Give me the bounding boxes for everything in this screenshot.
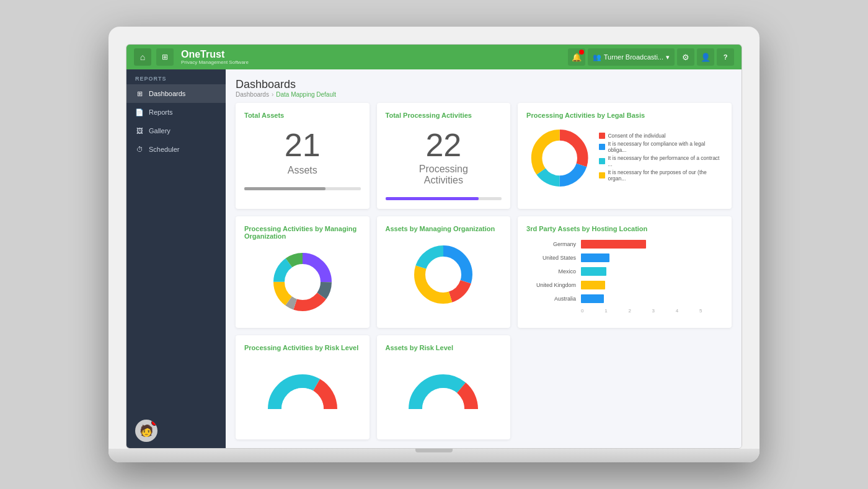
processing-risk-chart — [244, 356, 361, 431]
dashboard-grid: Total Assets 21 Assets Total Processing … — [236, 103, 732, 439]
svg-rect-25 — [406, 409, 480, 415]
chevron-down-icon: ▾ — [666, 53, 670, 61]
bar-fill-us — [581, 253, 609, 262]
sidebar-item-label-dashboards: Dashboards — [149, 90, 185, 97]
assets-org-chart — [386, 237, 502, 312]
sidebar-item-dashboards[interactable]: ⊞ Dashboards — [126, 84, 226, 103]
brand-title: OneTrust — [181, 50, 249, 59]
processing-org-card: Processing Activities by Managing Organi… — [236, 216, 370, 328]
brand: OneTrust Privacy Management Software — [181, 50, 249, 65]
home-icon: ⌂ — [140, 52, 145, 62]
assets-risk-title: Assets by Risk Level — [386, 344, 502, 351]
processing-risk-card: Processing Activities by Risk Level — [236, 335, 370, 439]
svg-point-17 — [426, 257, 461, 292]
bar-track-mexico — [581, 267, 723, 276]
assets-org-donut — [409, 240, 477, 309]
bar-row-uk: United Kingdom — [526, 281, 723, 289]
sidebar-item-scheduler[interactable]: ⏱ Scheduler — [126, 140, 226, 159]
assets-risk-donut — [406, 372, 480, 415]
sidebar-item-label-reports: Reports — [149, 108, 173, 116]
assets-risk-card: Assets by Risk Level — [377, 335, 511, 439]
total-assets-progress — [244, 187, 361, 190]
bar-track-australia — [581, 294, 723, 303]
reports-icon: 📄 — [135, 108, 144, 117]
bar-track-us — [581, 253, 723, 262]
bar-row-mexico: Mexico — [526, 267, 723, 276]
notifications-button[interactable]: 🔔 — [568, 48, 585, 66]
breadcrumb: Dashboards › Data Mapping Default — [236, 91, 732, 98]
sidebar-item-gallery[interactable]: 🖼 Gallery — [126, 121, 226, 140]
page-header: Dashboards Dashboards › Data Mapping Def… — [236, 78, 732, 98]
brand-subtitle: Privacy Management Software — [181, 59, 249, 65]
sidebar-section-label: REPORTS — [126, 69, 226, 84]
legend-item-purposes: It is necessary for the purposes of our … — [608, 169, 723, 182]
help-button[interactable]: ? — [717, 48, 734, 66]
sidebar: REPORTS ⊞ Dashboards 📄 Reports 🖼 Gallery… — [126, 69, 226, 448]
total-assets-number: 21 — [244, 129, 361, 161]
user-label: Turner Broadcasti... — [604, 53, 663, 61]
user-avatar-area[interactable]: 🧑 — [126, 413, 226, 448]
bar-label-us: United States — [526, 255, 576, 261]
bar-fill-australia — [581, 294, 604, 303]
assets-org-card: Assets by Managing Organization — [377, 216, 511, 328]
legal-basis-title: Processing Activities by Legal Basis — [526, 112, 723, 119]
total-processing-title: Total Processing Activities — [386, 112, 502, 119]
sidebar-item-label-gallery: Gallery — [149, 127, 170, 134]
total-processing-label: ProcessingActivities — [386, 164, 502, 186]
processing-org-chart — [244, 245, 361, 319]
legend-item-contract: It is necessary for the performance of a… — [608, 155, 723, 167]
help-icon: ? — [724, 53, 728, 61]
bar-fill-mexico — [581, 267, 606, 276]
main-content: Dashboards Dashboards › Data Mapping Def… — [226, 69, 742, 448]
breadcrumb-current[interactable]: Data Mapping Default — [276, 91, 336, 98]
total-assets-progress-fill — [244, 187, 326, 190]
legal-basis-chart: Consent of the individual It is necessar… — [526, 124, 723, 192]
home-button[interactable]: ⌂ — [134, 48, 151, 66]
hosting-location-card: 3rd Party Assets by Hosting Location Ger… — [518, 216, 732, 328]
bar-track-uk — [581, 281, 723, 289]
grid-button[interactable]: ⊞ — [156, 48, 174, 66]
bar-label-australia: Australia — [526, 296, 576, 302]
user-menu-button[interactable]: 👥 Turner Broadcasti... ▾ — [588, 48, 675, 66]
breadcrumb-home[interactable]: Dashboards — [236, 91, 269, 98]
page-title: Dashboards — [236, 78, 732, 91]
bar-fill-germany — [581, 240, 646, 249]
total-assets-label: Assets — [244, 165, 361, 176]
notification-badge — [579, 50, 584, 55]
bar-track-germany — [581, 240, 723, 249]
bar-row-us: United States — [526, 253, 723, 262]
settings-button[interactable]: ⚙ — [677, 48, 694, 66]
avatar-badge — [151, 420, 157, 426]
grid-icon: ⊞ — [162, 53, 168, 61]
avatar: 🧑 — [135, 420, 157, 442]
svg-point-4 — [542, 141, 577, 175]
gear-icon: ⚙ — [682, 53, 689, 62]
processing-risk-title: Processing Activities by Risk Level — [244, 344, 361, 351]
users-icon: 👥 — [593, 53, 601, 61]
legend-item-compliance: It is necessary for compliance with a le… — [608, 141, 723, 153]
bar-row-australia: Australia — [526, 294, 723, 303]
legal-basis-legend: Consent of the individual It is necessar… — [599, 133, 723, 183]
scheduler-icon: ⏱ — [135, 145, 144, 154]
svg-point-12 — [285, 265, 320, 299]
processing-risk-donut — [265, 372, 340, 415]
bar-label-germany: Germany — [526, 241, 576, 247]
sidebar-item-label-scheduler: Scheduler — [149, 146, 180, 153]
assets-org-title: Assets by Managing Organization — [386, 225, 502, 232]
bar-label-mexico: Mexico — [526, 268, 576, 275]
sidebar-item-reports[interactable]: 📄 Reports — [126, 103, 226, 121]
bar-row-germany: Germany — [526, 240, 723, 249]
total-processing-progress-fill — [386, 197, 479, 200]
total-assets-card: Total Assets 21 Assets — [236, 103, 370, 209]
total-assets-title: Total Assets — [244, 112, 361, 119]
bar-axis: 0 1 2 3 4 5 — [581, 308, 723, 314]
gallery-icon: 🖼 — [135, 126, 144, 135]
processing-org-donut — [268, 248, 337, 316]
processing-org-title: Processing Activities by Managing Organi… — [244, 225, 361, 240]
person-icon: 👤 — [701, 53, 711, 62]
dashboards-icon: ⊞ — [135, 89, 144, 98]
bar-fill-uk — [581, 281, 605, 289]
legal-basis-card: Processing Activities by Legal Basis — [518, 103, 732, 209]
profile-button[interactable]: 👤 — [697, 48, 714, 66]
hosting-location-title: 3rd Party Assets by Hosting Location — [526, 225, 723, 232]
